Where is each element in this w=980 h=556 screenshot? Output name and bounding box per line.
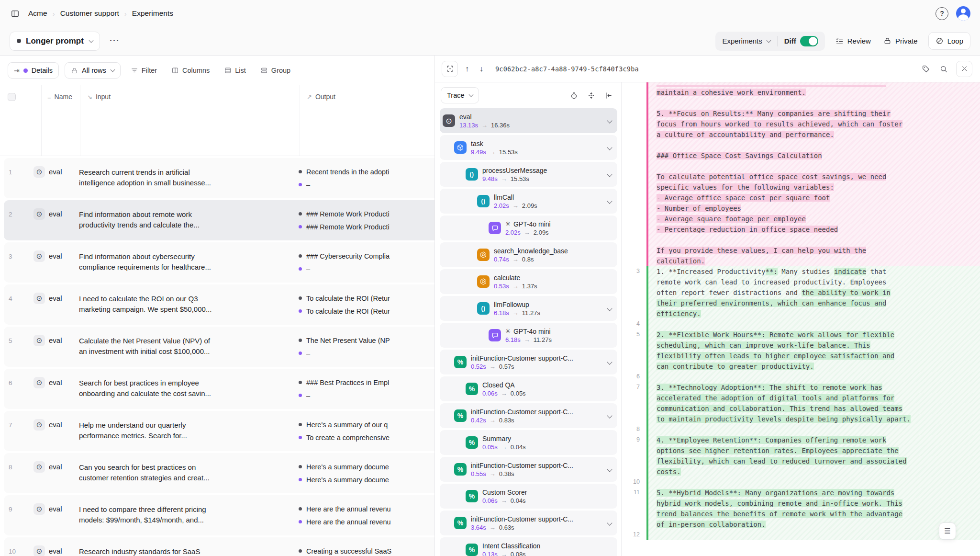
diff-line-removed: specific values for the following variab…	[622, 182, 980, 193]
more-options-button[interactable]: ···	[107, 34, 122, 48]
column-header-name[interactable]: ≡ Name	[41, 85, 80, 156]
diff-text-line: 1. **Increased Productivity**: Many stud…	[648, 266, 980, 277]
columns-button[interactable]: Columns	[167, 63, 214, 78]
line-number	[622, 119, 646, 129]
diff-line-added: hybrid work models, combining remote and…	[622, 498, 980, 509]
loop-button[interactable]: Loop	[928, 32, 970, 50]
scorer-span-icon: %	[454, 356, 467, 368]
column-header-output[interactable]: ↗ Output	[300, 85, 434, 156]
line-number	[622, 277, 646, 287]
tag-button[interactable]	[921, 64, 931, 74]
help-button[interactable]: ?	[935, 7, 948, 20]
table-row[interactable]: 9⊙evalI need to compare three different …	[4, 495, 434, 535]
trace-span-row[interactable]: %Closed QA0.06s→0.05s	[440, 376, 617, 401]
eval-icon: ⊙	[33, 545, 45, 556]
collapse-pane-button[interactable]	[603, 91, 613, 101]
trace-span-row[interactable]: %Custom Scorer0.06s→0.04s	[440, 484, 617, 509]
diff-toggle[interactable]	[800, 36, 818, 46]
table-row[interactable]: 6⊙evalSearch for best practices in emplo…	[4, 369, 434, 409]
timing-toggle-button[interactable]	[569, 91, 579, 101]
filter-button[interactable]: Filter	[126, 63, 161, 78]
table-row[interactable]: 5⊙evalCalculate the Net Present Value (N…	[4, 327, 434, 367]
row-filter-dropdown[interactable]: All rows	[65, 62, 121, 79]
arrow-icon: →	[490, 363, 496, 370]
output-text: ### Cybersecurity Complia	[306, 252, 390, 260]
table-row[interactable]: 3⊙evalFind information about cybersecuri…	[4, 242, 434, 283]
close-panel-button[interactable]	[956, 61, 972, 77]
trace-span-row[interactable]: ✳GPT-4o mini6.18s→11.27s	[440, 323, 617, 348]
changed-text: To calculate potential office space cost…	[657, 173, 886, 181]
trace-span-row[interactable]: task9.49s→15.53s	[440, 135, 617, 160]
changed-text: specific values for the following variab…	[657, 183, 834, 191]
table-row[interactable]: 2⊙evalFind information about remote work…	[4, 200, 434, 240]
trace-span-row[interactable]: ()processUserMessage9.48s→15.53s	[440, 162, 617, 187]
arrow-icon: →	[512, 283, 519, 290]
table-row[interactable]: 10⊙evalResearch industry standards for S…	[4, 537, 434, 556]
focus-row-button[interactable]	[442, 61, 458, 77]
select-all-checkbox[interactable]	[8, 93, 16, 101]
comparison-experiment-dot	[299, 465, 302, 468]
review-button[interactable]: Review	[834, 34, 873, 48]
hamburger-icon: ☰	[944, 527, 950, 535]
table-row[interactable]: 8⊙evalCan you search for best practices …	[4, 453, 434, 493]
span-durations: 0.42s→0.83s	[471, 417, 604, 424]
diff-text-line: focus from hours worked to results achie…	[648, 119, 980, 129]
group-button[interactable]: Group	[256, 63, 295, 78]
sidebar-toggle-button[interactable]	[10, 8, 21, 19]
table-row[interactable]: 4⊙evalI need to calculate the ROI on our…	[4, 284, 434, 325]
view-selector-dropdown[interactable]: Experiments	[715, 32, 777, 51]
output-text: Here are the annual revenu	[306, 505, 391, 513]
details-button[interactable]: ⇥ Details	[8, 62, 59, 79]
arrow-icon: →	[501, 443, 507, 451]
avatar[interactable]	[956, 6, 970, 21]
trace-span-row[interactable]: calculate0.53s→1.37s	[440, 269, 617, 294]
collapse-all-button[interactable]	[586, 91, 596, 101]
current-duration: 0.05s	[482, 443, 498, 451]
comparison-duration: 11.27s	[534, 336, 552, 343]
table-row[interactable]: 7⊙evalHelp me understand our quarterlype…	[4, 411, 434, 451]
trace-span-row[interactable]: ()llmCall2.02s→2.09s	[440, 189, 617, 214]
privacy-button[interactable]: Private	[881, 34, 920, 48]
trace-span-row[interactable]: %initFunction-Customer support-C...3.64s…	[440, 511, 617, 535]
trace-span-row[interactable]: %initFunction-Customer support-C...0.55s…	[440, 457, 617, 482]
diff-line-added: scheduling, which can improve work-life …	[622, 340, 980, 351]
previous-row-button[interactable]: ↑	[462, 63, 472, 75]
trace-span-row[interactable]: search_knowledge_base0.74s→0.8s	[440, 242, 617, 267]
input-text-line: Can you search for best practices on	[79, 462, 292, 473]
trace-span-row[interactable]: ✳GPT-4o mini2.02s→2.09s	[440, 216, 617, 240]
changed-text: trend balances the benefits of remote wo…	[657, 510, 902, 518]
trace-span-row[interactable]: %initFunction-Customer support-C...0.42s…	[440, 403, 617, 428]
trace-span-row[interactable]: ()llmFollowup6.18s→11.27s	[440, 296, 617, 321]
next-row-button[interactable]: ↓	[476, 63, 487, 75]
comparison-experiment-dot	[299, 296, 302, 300]
span-durations: 0.74s→0.8s	[494, 256, 612, 263]
search-button[interactable]	[938, 64, 949, 74]
trace-view-dropdown[interactable]: Trace	[441, 87, 479, 103]
changed-text: maintain a cohesive work environment.	[657, 89, 806, 96]
trace-span-row[interactable]: ⊙eval13.13s→16.36s	[440, 108, 617, 133]
row-input-cell: Find information about cybersecuritycomp…	[72, 242, 292, 283]
line-number	[622, 414, 646, 424]
trace-span-row[interactable]: %Summary0.05s→0.04s	[440, 430, 617, 455]
span-name: Intent Classification	[482, 542, 612, 550]
current-experiment-dot	[299, 394, 302, 397]
scorer-span-icon: %	[454, 409, 467, 422]
breadcrumb-section[interactable]: Experiments	[132, 9, 173, 18]
diff-line-removed	[622, 98, 980, 108]
list-view-button[interactable]: List	[220, 63, 250, 78]
span-info: Custom Scorer0.06s→0.04s	[482, 488, 612, 504]
output-line: To calculate the ROI (Retur	[299, 305, 434, 318]
experiment-selector[interactable]: Longer prompt	[10, 32, 100, 51]
column-header-input[interactable]: ↘ Input	[80, 85, 300, 156]
current-duration: 0.74s	[494, 256, 509, 263]
current-duration: 0.13s	[482, 551, 498, 556]
trace-span-row[interactable]: %Intent Classification0.13s→0.08s	[440, 537, 617, 556]
text-wrap-menu-button[interactable]: ☰	[939, 522, 956, 540]
trace-span-row[interactable]: %initFunction-Customer support-C...0.52s…	[440, 350, 617, 374]
current-duration: 9.48s	[482, 175, 498, 182]
output-text: To calculate the ROI (Retur	[306, 295, 390, 302]
diff-line-added: 73. **Technology Adoption**: The shift t…	[622, 382, 980, 393]
breadcrumb-org[interactable]: Acme	[28, 9, 47, 18]
table-row[interactable]: 1⊙evalResearch current trends in artific…	[4, 158, 434, 198]
breadcrumb-project[interactable]: Customer support	[60, 9, 119, 18]
